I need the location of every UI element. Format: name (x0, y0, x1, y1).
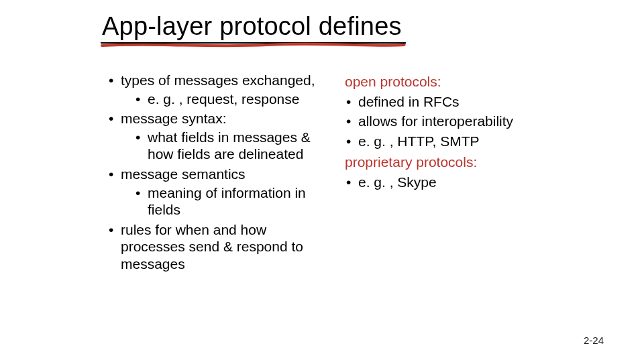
right-column: open protocols: defined in RFCs allows f… (341, 72, 555, 276)
list-subitem: what fields in messages & how fields are… (134, 129, 329, 163)
list-subitem-text: meaning of information in fields (148, 185, 306, 218)
left-column: types of messages exchanged, e. g. , req… (101, 72, 329, 276)
list-item: defined in RFCs (345, 93, 555, 111)
list-item-text: message semantics (121, 166, 246, 182)
list-subitem: meaning of information in fields (134, 184, 329, 219)
proprietary-protocols-heading: proprietary protocols: (345, 154, 555, 171)
list-item: e. g. , HTTP, SMTP (345, 133, 555, 150)
list-item-text: e. g. , Skype (358, 174, 437, 190)
slide: App-layer protocol defines types of mess… (0, 0, 644, 362)
list-subitem-text: what fields in messages & how fields are… (148, 129, 311, 162)
proprietary-protocols-list: e. g. , Skype (345, 174, 555, 191)
open-protocols-list: defined in RFCs allows for interoperabil… (345, 93, 555, 150)
list-item: types of messages exchanged, e. g. , req… (107, 72, 329, 107)
list-item: rules for when and how processes send & … (107, 221, 329, 273)
page-number: 2-24 (584, 335, 604, 346)
left-list: types of messages exchanged, e. g. , req… (107, 72, 329, 273)
list-subitem: e. g. , request, response (134, 90, 329, 108)
list-item-text: allows for interoperability (358, 113, 513, 129)
slide-title: App-layer protocol defines (101, 12, 406, 44)
content-columns: types of messages exchanged, e. g. , req… (101, 72, 604, 276)
title-wrap: App-layer protocol defines (101, 12, 406, 44)
list-item-text: rules for when and how processes send & … (121, 222, 303, 272)
list-item-text: message syntax: (121, 111, 227, 126)
list-item: e. g. , Skype (345, 174, 555, 191)
list-subitem-text: e. g. , request, response (148, 91, 299, 107)
list-item: message syntax: what fields in messages … (107, 110, 329, 163)
red-underline-icon (101, 42, 406, 49)
list-item-text: defined in RFCs (358, 94, 460, 109)
open-protocols-heading: open protocols: (345, 73, 555, 90)
list-item-text: e. g. , HTTP, SMTP (358, 133, 480, 149)
list-item: message semantics meaning of information… (107, 166, 329, 219)
list-item: allows for interoperability (345, 113, 555, 130)
list-item-text: types of messages exchanged, (121, 72, 315, 88)
